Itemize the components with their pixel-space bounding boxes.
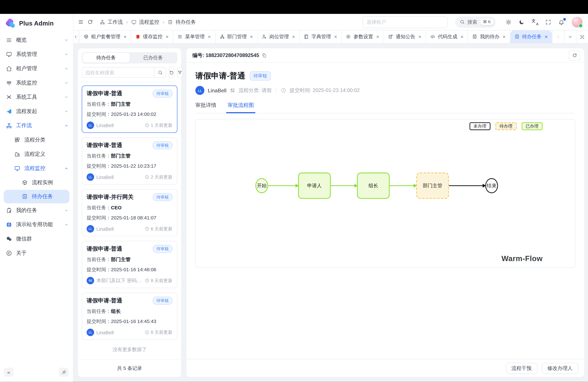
initiator-name: LinaBell — [208, 87, 226, 93]
avatar: LL — [86, 122, 94, 129]
close-icon[interactable]: ✕ — [166, 35, 169, 39]
sidebar-item-process-instance[interactable]: 流程实例 — [0, 175, 73, 190]
tab-menu-mgmt[interactable]: 菜单管理✕ — [173, 30, 215, 43]
task-search-row — [82, 67, 177, 78]
close-icon[interactable]: ✕ — [208, 35, 211, 39]
current-task-value: 部门主管 — [111, 153, 130, 159]
process-intervene-button[interactable]: 流程干预 — [506, 362, 537, 374]
tab-param-settings[interactable]: 参数设置✕ — [342, 30, 384, 43]
sidebar-item-wechat-group[interactable]: 微信群 — [0, 232, 73, 246]
sidebar-menu: 概览 系统管理 租户管理 系统监控 — [0, 32, 73, 365]
change-assignee-button[interactable]: 修改办理人 — [542, 362, 578, 374]
content-fullscreen-button[interactable] — [576, 30, 588, 43]
tab-todo-tasks-active[interactable]: 待办任务✕ — [510, 30, 552, 43]
breadcrumb-item[interactable]: 工作流 — [108, 19, 123, 25]
initiator-name: LinaBell — [96, 330, 142, 335]
globe-icon — [6, 222, 12, 228]
close-icon[interactable]: ✕ — [124, 35, 127, 39]
sidebar-item-process-monitor[interactable]: 流程监控 — [0, 161, 73, 175]
task-card[interactable]: 请假申请-普通 待审核 当前任务：组长 提交时间：2025-01-16 14:4… — [82, 293, 177, 340]
flow-node-start[interactable]: 开始 — [255, 178, 268, 193]
tab-post-mgmt[interactable]: 岗位管理✕ — [258, 30, 300, 43]
flowchart-canvas[interactable]: 未办理 待办理 已办理 开始 申请人 组长 部门主管 — [195, 119, 575, 268]
sidebar-item-system-tools[interactable]: 系统工具 — [0, 90, 73, 104]
app-logo[interactable]: Plus Admin — [0, 14, 73, 32]
sidebar-item-system-monitor[interactable]: 系统监控 — [0, 76, 73, 90]
tenant-select-input[interactable] — [362, 16, 447, 28]
sidebar-item-process-category[interactable]: 流程分类 — [0, 133, 73, 147]
sidebar-item-process-definition[interactable]: 流程定义 — [0, 147, 73, 161]
close-icon[interactable]: ✕ — [418, 35, 421, 39]
flow-node-dept-manager[interactable]: 部门主管 — [416, 172, 449, 199]
tab-approval-detail[interactable]: 审批详情 — [195, 102, 216, 113]
sidebar-item-about[interactable]: 关于 — [0, 246, 73, 260]
segment-done-tasks[interactable]: 已办任务 — [129, 53, 177, 63]
sidebar-item-system-mgmt[interactable]: 系统管理 — [0, 47, 73, 62]
chevron-down-icon — [64, 38, 69, 42]
tab-cache-monitor[interactable]: redis缓存监控✕ — [131, 30, 173, 43]
close-icon[interactable]: ✕ — [460, 35, 463, 39]
process-name-search-input[interactable] — [82, 67, 154, 78]
tabs-dropdown-button[interactable] — [564, 30, 576, 43]
sidebar-item-tenant-mgmt[interactable]: 租户管理 — [0, 62, 73, 76]
detail-refresh-button[interactable] — [568, 50, 581, 61]
sidebar-item-todo-tasks[interactable]: 待办任务 — [4, 190, 69, 203]
tabs-scroll-right-button[interactable] — [552, 30, 564, 43]
task-card-selected[interactable]: 请假申请-普通 待审核 当前任务：部门主管 提交时间：2025-01-23 14… — [82, 85, 177, 133]
chevron-down-icon — [64, 208, 69, 213]
user-avatar[interactable] — [571, 16, 583, 28]
app-title: Plus Admin — [19, 20, 54, 27]
search-button[interactable] — [154, 67, 166, 78]
dark-mode-moon-icon[interactable] — [519, 19, 525, 25]
clock-icon — [145, 278, 149, 283]
close-icon[interactable]: ✕ — [545, 35, 548, 39]
breadcrumb-item[interactable]: 流程监控 — [139, 19, 159, 25]
close-icon[interactable]: ✕ — [503, 35, 506, 39]
sidebar-item-workflow[interactable]: 工作流 — [0, 119, 73, 133]
page-tab-bar: ✕ 租户套餐管理✕ redis缓存监控✕ 菜单管理✕ 部门管理✕ 岗位管理✕ 字… — [74, 30, 588, 44]
copyright-icon — [6, 250, 12, 256]
tab-code-gen[interactable]: 代码生成✕ — [426, 30, 468, 43]
sidebar-item-my-tasks[interactable]: 我的任务 — [0, 203, 73, 217]
task-card[interactable]: 请假申请-并行网关 待审核 当前任务：CEO 提交时间：2025-01-18 0… — [82, 189, 177, 236]
flow-node-applicant[interactable]: 申请人 — [298, 172, 331, 199]
tab-dept-mgmt[interactable]: 部门管理✕ — [215, 30, 258, 43]
close-icon[interactable]: ✕ — [292, 35, 295, 39]
clock-icon — [281, 88, 286, 93]
breadcrumb-item[interactable]: 待办任务 — [176, 19, 196, 25]
reset-button[interactable] — [169, 67, 174, 78]
global-search-button[interactable]: 搜索 ⌘ K — [455, 16, 496, 28]
flow-node-leader[interactable]: 组长 — [357, 172, 390, 199]
translate-icon[interactable]: 文A — [532, 19, 538, 25]
copy-icon[interactable] — [262, 53, 267, 58]
tab-notice[interactable]: 通知公告✕ — [384, 30, 426, 43]
filter-button[interactable] — [177, 67, 183, 78]
sidebar-item-demo-features[interactable]: 演示站专用功能 — [0, 218, 73, 232]
sidebar-item-overview[interactable]: 概览 — [0, 33, 73, 47]
task-card[interactable]: 请假申请-普通 待审核 当前任务：部门主管 提交时间：2025-01-16 14… — [82, 241, 177, 288]
sidebar-item-label: 流程实例 — [32, 179, 69, 186]
sidebar-item-process-launch[interactable]: 流程发起 — [0, 104, 73, 118]
process-category: 流程分类: 请假 — [238, 87, 272, 94]
hamburger-icon[interactable] — [78, 19, 84, 25]
fullscreen-icon[interactable] — [545, 19, 551, 25]
segment-todo-tasks[interactable]: 待办任务 — [83, 53, 129, 63]
refresh-icon[interactable] — [87, 19, 93, 25]
flow-node-end[interactable]: 结束 — [485, 178, 498, 193]
gear-icon[interactable] — [505, 19, 512, 25]
tab-my-todo[interactable]: 我的待办✕ — [468, 30, 510, 43]
close-icon[interactable]: ✕ — [334, 35, 337, 39]
tabs-scroll-left-button[interactable] — [74, 30, 78, 43]
tab-dict-mgmt[interactable]: 字典管理✕ — [300, 30, 342, 43]
task-card[interactable]: 请假申请-普通 待审核 当前任务：部门主管 提交时间：2025-01-22 10… — [82, 137, 177, 185]
close-icon[interactable]: ✕ — [376, 35, 379, 39]
pin-sidebar-button[interactable] — [59, 368, 69, 377]
sidebar-item-label: 系统监控 — [16, 80, 60, 86]
notification-bell-icon[interactable] — [558, 19, 565, 25]
close-icon[interactable]: ✕ — [250, 35, 253, 39]
document-icon — [514, 34, 519, 39]
sidebar-footer: « — [0, 365, 73, 382]
tab-tenant-package[interactable]: 租户套餐管理✕ — [79, 30, 131, 43]
tab-approval-flowchart[interactable]: 审批流程图 — [228, 102, 254, 113]
collapse-sidebar-button[interactable]: « — [4, 368, 14, 377]
